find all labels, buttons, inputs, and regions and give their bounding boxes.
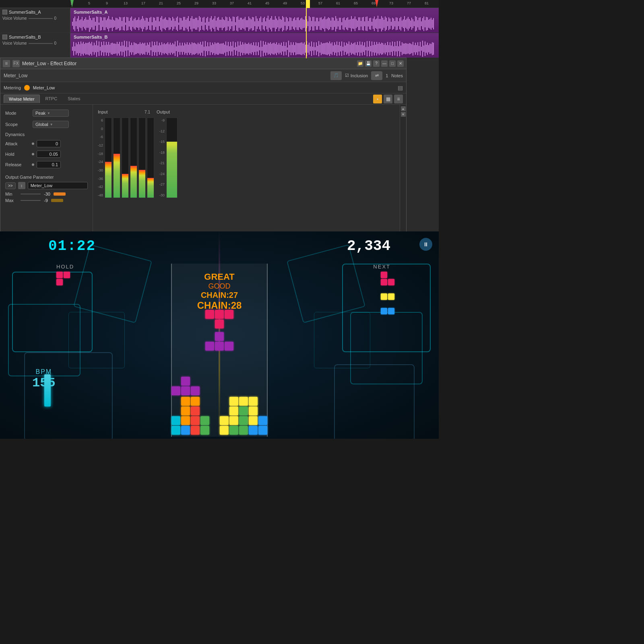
- waveform-bar: [221, 20, 221, 28]
- waveform-bar: [386, 45, 387, 52]
- close-btn[interactable]: ✕: [397, 60, 404, 67]
- release-label: Release: [5, 162, 29, 167]
- input-channels: 7.1: [144, 110, 150, 114]
- waveform-bar: [403, 43, 404, 54]
- editor-scrollbar[interactable]: ▲ ▼: [400, 105, 406, 246]
- track-checkbox-a[interactable]: [2, 10, 7, 14]
- waveform-bar: [160, 18, 161, 29]
- waveform-bar: [332, 17, 332, 30]
- waveform-bar: [124, 17, 125, 31]
- metering-expand-btn[interactable]: ▤: [398, 85, 403, 91]
- waveform-bar: [217, 18, 218, 29]
- next-b4: [388, 279, 394, 285]
- toolbar-icon-btn[interactable]: 🎵: [330, 71, 342, 80]
- help-btn[interactable]: ?: [373, 60, 380, 67]
- waveform-bar: [99, 23, 99, 25]
- waveform-bar: [125, 23, 126, 25]
- waveform-bar: [224, 20, 225, 27]
- waveform-bar: [316, 42, 317, 56]
- max-slider[interactable]: [21, 200, 41, 201]
- waveform-bar: [176, 46, 177, 51]
- view-icon-3[interactable]: ≡: [394, 95, 403, 103]
- waveform-bar: [166, 43, 167, 54]
- waveform-bar: [116, 44, 116, 53]
- waveform-bar: [165, 17, 166, 30]
- waveform-bar: [343, 47, 343, 51]
- release-value[interactable]: 0.1: [37, 161, 61, 168]
- ruler-num: 25: [177, 1, 194, 5]
- channel-btn[interactable]: ⇌: [371, 71, 382, 80]
- hold-slider-dot[interactable]: [32, 153, 34, 155]
- channel-5: [138, 118, 146, 198]
- waveform-bar: [186, 20, 186, 28]
- save-btn[interactable]: 💾: [365, 60, 372, 67]
- waveform-bar: [196, 44, 197, 53]
- waveform-bar: [138, 17, 139, 30]
- release-slider-dot[interactable]: [32, 163, 34, 166]
- pause-button[interactable]: ⏸: [419, 238, 432, 251]
- hold-grid: [56, 272, 70, 285]
- attack-value[interactable]: 0: [37, 140, 61, 147]
- track-volume-b: Voice Volume 0: [2, 41, 68, 45]
- channel-2-fill: [114, 154, 120, 198]
- inclusion-checkbox[interactable]: ☑ Inclusion: [345, 73, 368, 78]
- waveform-bar: [323, 43, 324, 55]
- bt5: [181, 386, 190, 395]
- waveform-bar: [281, 20, 282, 27]
- waveform-bar: [428, 20, 429, 28]
- track-checkbox-b[interactable]: [2, 35, 7, 39]
- playhead-line[interactable]: [306, 0, 307, 58]
- tab-bar: Wwise Meter RTPC States ▪ ▦ ≡: [0, 93, 406, 105]
- release-slider-container: [32, 163, 34, 166]
- channel-1: [105, 118, 112, 198]
- bt1: [171, 377, 180, 386]
- waveform-bar: [373, 19, 374, 29]
- view-icon-2[interactable]: ▦: [384, 95, 392, 103]
- waveform-bar: [189, 43, 190, 55]
- waveform-b[interactable]: SummerSalts_B: [70, 33, 439, 58]
- hold-value[interactable]: 0.05: [37, 151, 61, 158]
- waveform-bar: [240, 18, 241, 30]
- min-slider[interactable]: [21, 194, 41, 194]
- scroll-down-btn[interactable]: ▼: [401, 112, 406, 117]
- waveform-bar: [180, 43, 180, 55]
- minimize-btn[interactable]: —: [381, 60, 388, 67]
- scope-label: Scope: [5, 122, 29, 127]
- waveform-bar: [91, 42, 92, 56]
- bpm-label: BPM: [32, 368, 56, 376]
- tab-states[interactable]: States: [63, 95, 85, 103]
- mode-dropdown[interactable]: Peak ▼: [33, 109, 69, 117]
- scale-neg36: -36: [98, 177, 103, 181]
- waveform-bar: [212, 20, 213, 28]
- tab-rtpc[interactable]: RTPC: [41, 95, 62, 103]
- waveform-bar: [141, 19, 142, 29]
- volume-slider-a[interactable]: [29, 18, 53, 19]
- volume-label-b: Voice Volume: [2, 41, 27, 45]
- waveform-bar: [181, 45, 182, 52]
- ogp-expand-btn[interactable]: >>: [5, 182, 16, 189]
- waveform-bar: [327, 42, 328, 56]
- volume-slider-b[interactable]: [29, 43, 53, 44]
- pause-icon: ⏸: [423, 241, 429, 248]
- waveform-bar: [204, 47, 204, 51]
- scope-dropdown[interactable]: Global ▼: [33, 121, 69, 128]
- waveform-bar: [420, 17, 421, 30]
- waveform-a[interactable]: SummerSalts_A: [70, 8, 439, 33]
- waveform-bar: [122, 42, 122, 56]
- waveform-bar: [404, 43, 405, 54]
- waveform-bar: [240, 41, 241, 56]
- attack-slider-dot[interactable]: [32, 142, 34, 145]
- waveform-bar: [271, 44, 272, 53]
- folder-btn[interactable]: 📁: [357, 60, 363, 67]
- waveform-bar: [393, 19, 394, 29]
- tab-wwise-meter[interactable]: Wwise Meter: [4, 95, 40, 103]
- notes-btn[interactable]: Notes: [391, 73, 403, 78]
- channel-3-fill: [122, 174, 128, 198]
- waveform-bar: [411, 44, 412, 53]
- view-icon-1[interactable]: ▪: [373, 95, 382, 103]
- maximize-btn[interactable]: □: [389, 60, 396, 67]
- waveform-bar: [385, 43, 386, 54]
- out-scale-neg12: -12: [157, 129, 165, 133]
- waveform-bar: [177, 41, 178, 57]
- scroll-up-btn[interactable]: ▲: [401, 106, 406, 111]
